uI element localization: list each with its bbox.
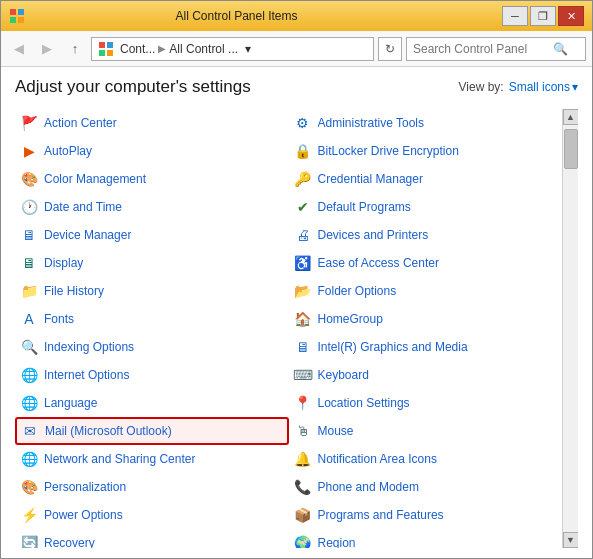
cp-item-date-time[interactable]: 🕐 Date and Time [15, 193, 289, 221]
cp-item-admin-tools[interactable]: ⚙ Administrative Tools [289, 109, 563, 137]
window-title: All Control Panel Items [0, 9, 502, 23]
language-icon: 🌐 [20, 394, 38, 412]
cp-item-recovery[interactable]: 🔄 Recovery [15, 529, 289, 548]
view-by-value[interactable]: Small icons ▾ [509, 80, 578, 94]
search-box[interactable]: 🔍 [406, 37, 586, 61]
internet-options-icon: 🌐 [20, 366, 38, 384]
scrollbar: ▲ ▼ [562, 109, 578, 548]
cp-item-credential-manager[interactable]: 🔑 Credential Manager [289, 165, 563, 193]
personalization-icon: 🎨 [20, 478, 38, 496]
fonts-icon: A [20, 310, 38, 328]
cp-item-intel-graphics[interactable]: 🖥 Intel(R) Graphics and Media [289, 333, 563, 361]
fonts-label: Fonts [44, 312, 74, 326]
cp-item-device-manager[interactable]: 🖥 Device Manager [15, 221, 289, 249]
view-by-label: View by: [459, 80, 504, 94]
homegroup-label: HomeGroup [318, 312, 383, 326]
cp-item-language[interactable]: 🌐 Language [15, 389, 289, 417]
cp-item-folder-options[interactable]: 📂 Folder Options [289, 277, 563, 305]
cp-item-personalization[interactable]: 🎨 Personalization [15, 473, 289, 501]
credential-manager-label: Credential Manager [318, 172, 423, 186]
cp-item-devices-printers[interactable]: 🖨 Devices and Printers [289, 221, 563, 249]
region-label: Region [318, 536, 356, 548]
items-container: 🚩 Action Center ⚙ Administrative Tools ▶… [15, 109, 578, 548]
address-bar[interactable]: Cont... ▶ All Control ... ▾ [91, 37, 374, 61]
cp-item-bitlocker[interactable]: 🔒 BitLocker Drive Encryption [289, 137, 563, 165]
view-by-arrow: ▾ [572, 80, 578, 94]
cp-item-color-management[interactable]: 🎨 Color Management [15, 165, 289, 193]
cp-item-file-history[interactable]: 📁 File History [15, 277, 289, 305]
file-history-label: File History [44, 284, 104, 298]
indexing-options-label: Indexing Options [44, 340, 134, 354]
action-center-icon: 🚩 [20, 114, 38, 132]
homegroup-icon: 🏠 [294, 310, 312, 328]
network-sharing-label: Network and Sharing Center [44, 452, 195, 466]
cp-item-programs-features[interactable]: 📦 Programs and Features [289, 501, 563, 529]
devices-printers-icon: 🖨 [294, 226, 312, 244]
mouse-icon: 🖱 [294, 422, 312, 440]
search-input[interactable] [413, 42, 553, 56]
svg-rect-7 [107, 50, 113, 56]
personalization-label: Personalization [44, 480, 126, 494]
keyboard-icon: ⌨ [294, 366, 312, 384]
minimize-button[interactable]: ─ [502, 6, 528, 26]
indexing-options-icon: 🔍 [20, 338, 38, 356]
control-panel-window: All Control Panel Items ─ ❐ ✕ ◀ ▶ ↑ Cont… [0, 0, 593, 559]
scrollbar-down-button[interactable]: ▼ [563, 532, 579, 548]
devices-printers-label: Devices and Printers [318, 228, 429, 242]
scrollbar-track [563, 125, 579, 532]
cp-item-keyboard[interactable]: ⌨ Keyboard [289, 361, 563, 389]
ease-of-access-icon: ♿ [294, 254, 312, 272]
address-part2: All Control ... [169, 42, 238, 56]
cp-item-homegroup[interactable]: 🏠 HomeGroup [289, 305, 563, 333]
cp-item-mail-outlook[interactable]: ✉ Mail (Microsoft Outlook) [15, 417, 289, 445]
up-button[interactable]: ↑ [63, 37, 87, 61]
cp-item-fonts[interactable]: A Fonts [15, 305, 289, 333]
cp-item-network-sharing[interactable]: 🌐 Network and Sharing Center [15, 445, 289, 473]
bitlocker-label: BitLocker Drive Encryption [318, 144, 459, 158]
file-history-icon: 📁 [20, 282, 38, 300]
cp-item-notification-icons[interactable]: 🔔 Notification Area Icons [289, 445, 563, 473]
admin-tools-label: Administrative Tools [318, 116, 425, 130]
autoplay-icon: ▶ [20, 142, 38, 160]
notification-icons-label: Notification Area Icons [318, 452, 437, 466]
programs-features-label: Programs and Features [318, 508, 444, 522]
cp-item-action-center[interactable]: 🚩 Action Center [15, 109, 289, 137]
cp-item-mouse[interactable]: 🖱 Mouse [289, 417, 563, 445]
phone-modem-icon: 📞 [294, 478, 312, 496]
toolbar: ◀ ▶ ↑ Cont... ▶ All Control ... ▾ ↻ 🔍 [1, 31, 592, 67]
date-time-label: Date and Time [44, 200, 122, 214]
cp-item-ease-of-access[interactable]: ♿ Ease of Access Center [289, 249, 563, 277]
search-icon: 🔍 [553, 42, 568, 56]
cp-item-indexing-options[interactable]: 🔍 Indexing Options [15, 333, 289, 361]
window-controls: ─ ❐ ✕ [502, 6, 584, 26]
svg-rect-5 [107, 42, 113, 48]
scrollbar-thumb[interactable] [564, 129, 578, 169]
cp-item-internet-options[interactable]: 🌐 Internet Options [15, 361, 289, 389]
keyboard-label: Keyboard [318, 368, 369, 382]
cp-item-power-options[interactable]: ⚡ Power Options [15, 501, 289, 529]
cp-item-autoplay[interactable]: ▶ AutoPlay [15, 137, 289, 165]
address-sep1: ▶ [158, 43, 166, 54]
language-label: Language [44, 396, 97, 410]
forward-button[interactable]: ▶ [35, 37, 59, 61]
back-button[interactable]: ◀ [7, 37, 31, 61]
phone-modem-label: Phone and Modem [318, 480, 419, 494]
cp-item-default-programs[interactable]: ✔ Default Programs [289, 193, 563, 221]
address-dropdown[interactable]: ▾ [245, 42, 251, 56]
intel-graphics-label: Intel(R) Graphics and Media [318, 340, 468, 354]
cp-item-display[interactable]: 🖥 Display [15, 249, 289, 277]
cp-item-phone-modem[interactable]: 📞 Phone and Modem [289, 473, 563, 501]
location-settings-icon: 📍 [294, 394, 312, 412]
refresh-button[interactable]: ↻ [378, 37, 402, 61]
device-manager-label: Device Manager [44, 228, 131, 242]
close-button[interactable]: ✕ [558, 6, 584, 26]
mouse-label: Mouse [318, 424, 354, 438]
scrollbar-up-button[interactable]: ▲ [563, 109, 579, 125]
action-center-label: Action Center [44, 116, 117, 130]
recovery-label: Recovery [44, 536, 95, 548]
power-options-icon: ⚡ [20, 506, 38, 524]
admin-tools-icon: ⚙ [294, 114, 312, 132]
cp-item-location-settings[interactable]: 📍 Location Settings [289, 389, 563, 417]
restore-button[interactable]: ❐ [530, 6, 556, 26]
cp-item-region[interactable]: 🌍 Region [289, 529, 563, 548]
